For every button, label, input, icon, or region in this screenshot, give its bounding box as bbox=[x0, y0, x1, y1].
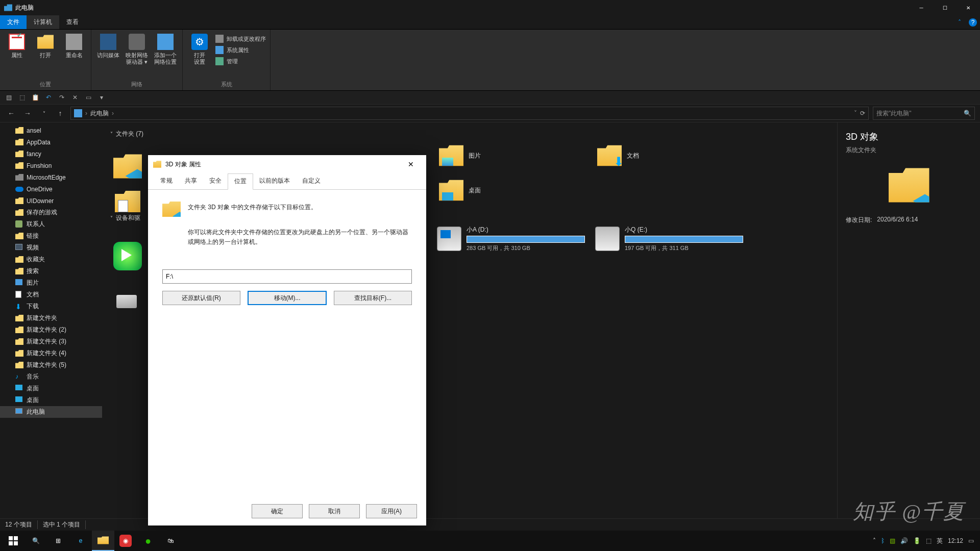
tree-item[interactable]: 联系人 bbox=[0, 218, 102, 230]
qat-new-icon[interactable]: ▤ bbox=[4, 93, 13, 102]
close-button[interactable]: ✕ bbox=[957, 0, 980, 15]
bluetooth-icon[interactable]: ᛒ bbox=[881, 537, 885, 544]
tree-item[interactable]: OneDrive bbox=[0, 183, 102, 195]
move-button[interactable]: 移动(M)... bbox=[248, 291, 327, 305]
action-center-icon[interactable]: ▭ bbox=[968, 537, 974, 544]
ribbon-manage[interactable]: 管理 bbox=[215, 56, 266, 66]
tree-item[interactable]: MicrosoftEdge bbox=[0, 171, 102, 183]
tree-item[interactable]: 新建文件夹 bbox=[0, 312, 102, 324]
collapse-ribbon-button[interactable]: ˄ bbox=[953, 15, 966, 29]
dialog-tab[interactable]: 常规 bbox=[154, 173, 179, 189]
tree-item[interactable]: 新建文件夹 (4) bbox=[0, 347, 102, 359]
addr-dropdown-icon[interactable]: ˅ bbox=[854, 110, 857, 117]
restore-default-button[interactable]: 还原默认值(R) bbox=[162, 291, 240, 305]
section-folders[interactable]: ˅文件夹 (7) bbox=[110, 130, 829, 138]
tree-item[interactable]: 收藏夹 bbox=[0, 254, 102, 265]
ribbon-map-drive[interactable]: 映射网络 驱动器 ▾ bbox=[124, 32, 150, 79]
tab-view[interactable]: 查看 bbox=[59, 15, 86, 29]
tree-item[interactable]: 桌面 bbox=[0, 383, 102, 394]
tencent-video-icon[interactable] bbox=[113, 242, 142, 270]
tree-item[interactable]: fancy bbox=[0, 148, 102, 160]
store-icon[interactable]: 🛍 bbox=[159, 531, 182, 551]
tab-computer[interactable]: 计算机 bbox=[27, 15, 59, 29]
apply-button[interactable]: 应用(A) bbox=[366, 504, 417, 518]
nav-back-button[interactable]: ← bbox=[5, 107, 17, 119]
nav-up-button[interactable]: ↑ bbox=[54, 107, 66, 119]
find-target-button[interactable]: 查找目标(F)... bbox=[334, 291, 412, 305]
tree-item[interactable]: AppData bbox=[0, 136, 102, 148]
tree-item[interactable]: 图片 bbox=[0, 277, 102, 289]
tree-item[interactable]: ♪音乐 bbox=[0, 371, 102, 383]
folder-item-desktop[interactable]: 桌面 bbox=[437, 176, 585, 205]
folder-3d-objects-icon[interactable] bbox=[113, 152, 142, 181]
drive-icon-partial[interactable] bbox=[116, 286, 141, 310]
dialog-tab[interactable]: 安全 bbox=[203, 173, 228, 189]
drive-e[interactable]: 小Q (E:)197 GB 可用，共 311 GB bbox=[595, 226, 743, 252]
taskbar-search-icon[interactable]: 🔍 bbox=[24, 531, 47, 551]
tree-item[interactable]: Funshion bbox=[0, 160, 102, 171]
ribbon-media[interactable]: 访问媒体 bbox=[95, 32, 121, 79]
tree-item[interactable]: 保存的游戏 bbox=[0, 207, 102, 218]
edge-icon[interactable]: e bbox=[69, 531, 92, 551]
dialog-tab[interactable]: 自定义 bbox=[296, 173, 327, 189]
tree-item[interactable]: 视频 bbox=[0, 242, 102, 254]
tree-item[interactable]: 新建文件夹 (3) bbox=[0, 336, 102, 347]
ribbon-properties[interactable]: ✔属性 bbox=[4, 32, 30, 79]
ribbon-open-settings[interactable]: ⚙打开 设置 bbox=[187, 32, 212, 79]
qat-paste-icon[interactable]: 📋 bbox=[31, 93, 40, 102]
nav-recent-button[interactable]: ˅ bbox=[38, 107, 50, 119]
help-button[interactable]: ? bbox=[969, 18, 977, 27]
qat-more-icon[interactable]: ▾ bbox=[97, 93, 106, 102]
ribbon-add-netloc[interactable]: 添加一个 网络位置 bbox=[153, 32, 178, 79]
search-box[interactable]: 搜索"此电脑" 🔍 bbox=[873, 107, 975, 120]
tree-item[interactable]: 此电脑 bbox=[0, 406, 102, 418]
tree-item[interactable]: UIDowner bbox=[0, 195, 102, 207]
cancel-button[interactable]: 取消 bbox=[309, 504, 360, 518]
ribbon-rename[interactable]: 重命名 bbox=[61, 32, 87, 79]
folder-item-documents[interactable]: ⬇文档 bbox=[595, 141, 743, 170]
tree-item[interactable]: ansel bbox=[0, 124, 102, 136]
nav-forward-button[interactable]: → bbox=[21, 107, 34, 119]
dialog-tab[interactable]: 共享 bbox=[179, 173, 203, 189]
breadcrumb[interactable]: 此电脑 bbox=[90, 109, 109, 118]
nav-tree[interactable]: anselAppDatafancyFunshionMicrosoftEdgeOn… bbox=[0, 122, 102, 518]
clock[interactable]: 12:12 bbox=[948, 537, 963, 544]
ribbon-sysprop[interactable]: 系统属性 bbox=[215, 45, 266, 55]
drive-d[interactable]: 小A (D:)283 GB 可用，共 310 GB bbox=[437, 226, 585, 252]
qat-delete-icon[interactable]: ✕ bbox=[70, 93, 80, 102]
battery-icon[interactable]: 🔋 bbox=[913, 537, 921, 544]
ok-button[interactable]: 确定 bbox=[252, 504, 303, 518]
ime-indicator[interactable]: 英 bbox=[937, 537, 943, 545]
network-icon[interactable]: ⬚ bbox=[926, 537, 932, 544]
refresh-button[interactable]: ⟳ bbox=[860, 110, 865, 117]
tray-chevron-icon[interactable]: ˄ bbox=[873, 537, 876, 544]
qat-rename-icon[interactable]: ▭ bbox=[84, 93, 93, 102]
start-button[interactable] bbox=[2, 531, 24, 551]
explorer-icon[interactable] bbox=[92, 531, 114, 551]
tree-item[interactable]: 新建文件夹 (2) bbox=[0, 324, 102, 336]
tab-file[interactable]: 文件 bbox=[0, 15, 27, 29]
tree-item[interactable]: 桌面 bbox=[0, 394, 102, 406]
dialog-close-button[interactable]: ✕ bbox=[401, 155, 421, 173]
folder-item-pictures[interactable]: 图片 bbox=[437, 141, 585, 170]
dialog-tab[interactable]: 位置 bbox=[228, 173, 253, 190]
qat-properties-icon[interactable]: ⬚ bbox=[17, 93, 27, 102]
ribbon-open[interactable]: 打开 bbox=[33, 32, 58, 79]
nvidia-icon[interactable]: ▧ bbox=[890, 537, 895, 544]
tree-item[interactable]: 新建文件夹 (5) bbox=[0, 359, 102, 371]
qat-undo-icon[interactable]: ↶ bbox=[44, 93, 53, 102]
volume-icon[interactable]: 🔊 bbox=[900, 537, 908, 544]
folder-item-icon[interactable] bbox=[115, 189, 140, 214]
tree-item[interactable]: 文档 bbox=[0, 289, 102, 300]
tree-item[interactable]: 搜索 bbox=[0, 265, 102, 277]
tree-item[interactable]: 链接 bbox=[0, 230, 102, 242]
qat-redo-icon[interactable]: ↷ bbox=[57, 93, 66, 102]
wechat-icon[interactable]: ● bbox=[137, 531, 159, 551]
address-bar[interactable]: › 此电脑 › ˅ ⟳ bbox=[70, 107, 869, 120]
path-input[interactable] bbox=[162, 269, 412, 284]
minimize-button[interactable]: ─ bbox=[910, 0, 933, 15]
task-view-icon[interactable]: ⊞ bbox=[47, 531, 69, 551]
ribbon-uninstall[interactable]: 卸载或更改程序 bbox=[215, 34, 266, 44]
dialog-tab[interactable]: 以前的版本 bbox=[253, 173, 296, 189]
netease-music-icon[interactable]: ◉ bbox=[114, 531, 137, 551]
